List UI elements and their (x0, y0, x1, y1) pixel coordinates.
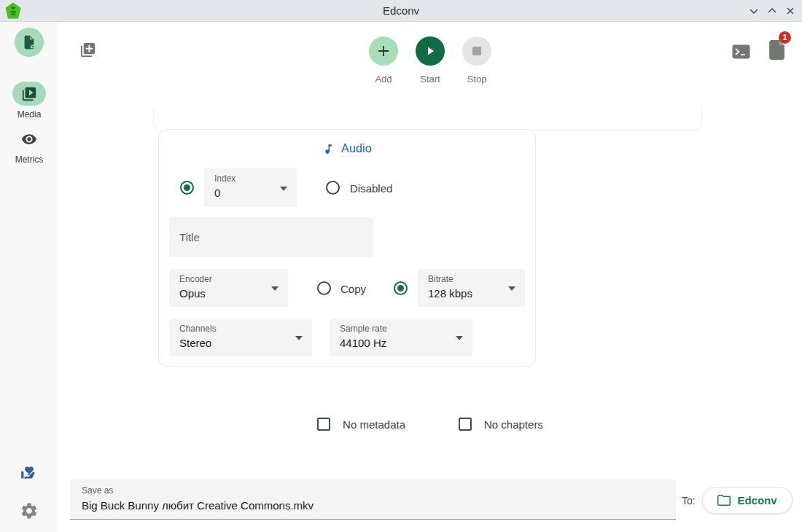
sample-rate-select[interactable]: Sample rate 44100 Hz (330, 318, 472, 356)
terminal-icon (732, 44, 750, 59)
title-input-placeholder: Title (179, 231, 200, 243)
toolbar-actions: Add Start Stop (58, 36, 802, 85)
options-row: No metadata No chapters (58, 418, 802, 431)
window-title: Edconv (0, 4, 802, 17)
folder-icon (717, 495, 731, 506)
output-folder-button[interactable]: Edconv (702, 487, 793, 514)
terminal-button[interactable] (732, 44, 750, 59)
hand-heart-icon (20, 463, 39, 482)
disabled-radio[interactable] (326, 181, 340, 195)
maximize-button[interactable] (766, 5, 778, 17)
music-note-icon (322, 143, 335, 155)
chevron-down-icon (280, 187, 287, 191)
audio-card-title: Audio (341, 142, 372, 155)
copy-radio[interactable] (317, 281, 331, 295)
video-library-icon (12, 82, 46, 106)
file-import-icon[interactable] (15, 28, 44, 57)
main-area: Add Start Stop (58, 22, 802, 532)
no-chapters-label: No chapters (484, 418, 543, 431)
chevron-down-icon (508, 286, 515, 291)
bitrate-radio[interactable] (394, 281, 408, 295)
no-chapters-option[interactable]: No chapters (459, 418, 543, 431)
bitrate-select-label: Bitrate (428, 274, 515, 284)
disabled-radio-label: Disabled (350, 182, 392, 195)
previous-card-partial (153, 108, 702, 131)
chevron-down-icon (271, 286, 279, 291)
donate-button[interactable] (0, 463, 58, 482)
logs-button[interactable]: 1 (769, 40, 785, 60)
chevron-down-icon (456, 336, 463, 340)
save-as-input[interactable]: Save as Big Buck Bunny любит Creative Co… (70, 480, 676, 520)
sidebar-item-media-label: Media (17, 109, 42, 120)
sidebar-item-metrics-label: Metrics (15, 154, 44, 165)
output-folder-button-label: Edconv (737, 494, 776, 506)
close-button[interactable] (785, 5, 796, 17)
sidebar: Media Metrics (0, 22, 58, 532)
plus-icon (369, 36, 398, 66)
add-button-label: Add (375, 74, 392, 85)
titlebar: Edconv (0, 0, 802, 22)
start-button[interactable]: Start (416, 36, 445, 85)
sidebar-item-metrics[interactable]: Metrics (0, 127, 58, 165)
gear-icon (20, 501, 39, 520)
index-select[interactable]: Index 0 (204, 168, 297, 207)
sidebar-item-media[interactable]: Media (0, 82, 58, 120)
chevron-down-icon (295, 336, 303, 340)
title-input[interactable]: Title (169, 217, 373, 257)
start-button-label: Start (420, 74, 440, 85)
minimize-button[interactable] (748, 5, 760, 17)
channels-select-label: Channels (179, 324, 302, 334)
play-icon (416, 36, 445, 66)
save-as-label: Save as (82, 485, 664, 496)
audio-settings-card: Audio Index 0 Disabled Title Encoder Opu… (158, 129, 536, 367)
stop-button[interactable]: Stop (462, 36, 491, 85)
encoder-select[interactable]: Encoder Opus (169, 269, 288, 307)
channels-select[interactable]: Channels Stereo (169, 318, 312, 356)
no-chapters-checkbox[interactable] (459, 418, 472, 431)
edconv-window: Edconv (0, 0, 802, 532)
settings-button[interactable] (0, 501, 58, 520)
encoder-select-label: Encoder (179, 274, 278, 284)
to-label: To: (682, 495, 696, 506)
no-metadata-checkbox[interactable] (317, 418, 330, 431)
sample-rate-select-label: Sample rate (340, 324, 462, 334)
index-select-value: 0 (214, 187, 287, 199)
toolbar-right: 1 (732, 40, 785, 60)
stop-icon (462, 36, 491, 66)
bitrate-select-value: 128 kbps (428, 287, 515, 300)
no-metadata-option[interactable]: No metadata (317, 418, 405, 431)
index-select-label: Index (214, 173, 287, 184)
stop-button-label: Stop (467, 74, 487, 85)
no-metadata-label: No metadata (343, 418, 405, 431)
bitrate-select[interactable]: Bitrate 128 kbps (418, 269, 525, 307)
window-controls (748, 0, 796, 22)
index-radio[interactable] (180, 181, 194, 195)
audio-card-header: Audio (159, 142, 535, 155)
channels-select-value: Stereo (179, 337, 302, 349)
eye-icon (12, 127, 46, 151)
logs-badge: 1 (779, 31, 791, 44)
encoder-select-value: Opus (179, 287, 278, 300)
copy-radio-label: Copy (340, 283, 366, 295)
save-as-value: Big Buck Bunny любит Creative Commons.mk… (82, 499, 664, 512)
add-button[interactable]: Add (369, 36, 398, 85)
sample-rate-select-value: 44100 Hz (340, 337, 462, 349)
